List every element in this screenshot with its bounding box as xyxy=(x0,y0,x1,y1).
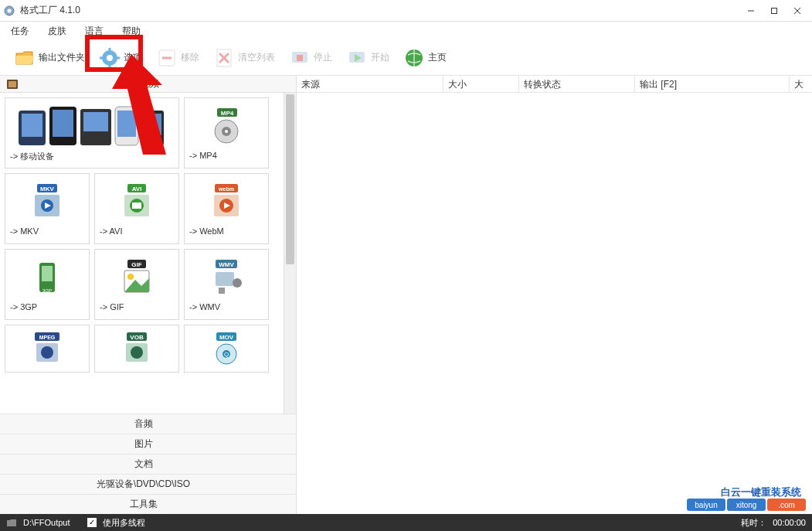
folder-open-icon xyxy=(14,47,36,69)
gear-icon xyxy=(99,47,121,69)
svg-rect-30 xyxy=(83,112,108,131)
category-list: 音频 图片 文档 光驱设备\DVD\CD\ISO 工具集 xyxy=(0,414,296,514)
tile-mov[interactable]: MOVQ xyxy=(184,325,269,373)
tile-label: -> WMV xyxy=(188,302,265,316)
th-source[interactable]: 来源 xyxy=(297,76,443,92)
folder-icon xyxy=(6,518,17,527)
svg-point-7 xyxy=(107,55,113,61)
svg-text:MKV: MKV xyxy=(40,186,54,192)
mkv-icon: MKV xyxy=(8,177,86,226)
category-row-rom[interactable]: 光驱设备\DVD\CD\ISO xyxy=(0,474,296,494)
tile-label: -> MP4 xyxy=(188,151,265,165)
th-output[interactable]: 输出 [F2] xyxy=(635,76,790,92)
category-row-document[interactable]: 文档 xyxy=(0,454,296,474)
menu-language[interactable]: 语言 xyxy=(80,23,108,39)
window-controls xyxy=(739,2,809,20)
mov-icon: MOVQ xyxy=(188,328,265,369)
webm-icon: webm xyxy=(188,177,265,226)
toolbar-label: 输出文件夹 xyxy=(39,51,85,64)
th-big[interactable]: 大 xyxy=(790,76,812,92)
tile-mkv[interactable]: MKV -> MKV xyxy=(5,173,90,244)
tile-wmv[interactable]: WMV -> WMV xyxy=(184,249,269,320)
th-status[interactable]: 转换状态 xyxy=(519,76,635,92)
tile-3gp[interactable]: 3GP -> 3GP xyxy=(5,249,90,320)
tile-label: -> GIF xyxy=(98,302,175,316)
svg-rect-56 xyxy=(42,266,53,281)
content-area: 视频 xyxy=(0,76,812,514)
title-bar: 格式工厂 4.1.0 xyxy=(0,0,812,22)
stop-icon xyxy=(289,47,311,69)
task-table-body xyxy=(297,93,812,514)
scrollbar-vertical[interactable] xyxy=(284,93,296,414)
svg-text:VOB: VOB xyxy=(130,334,144,341)
stop-button[interactable]: 停止 xyxy=(283,44,338,72)
home-button[interactable]: 主页 xyxy=(397,44,453,72)
tile-vob[interactable]: VOB xyxy=(94,325,179,373)
tile-avi[interactable]: AVI -> AVI xyxy=(94,173,179,244)
globe-icon xyxy=(403,47,425,69)
svg-rect-3 xyxy=(772,8,777,13)
video-icon xyxy=(6,79,19,90)
menu-task[interactable]: 任务 xyxy=(6,23,34,39)
clear-icon xyxy=(213,47,235,69)
toolbar-label: 移除 xyxy=(181,51,199,64)
toolbar-label: 主页 xyxy=(428,51,447,64)
tile-gif[interactable]: GIF -> GIF xyxy=(94,249,179,320)
svg-text:WMV: WMV xyxy=(219,261,234,268)
svg-rect-26 xyxy=(22,114,42,137)
clear-list-button[interactable]: 清空列表 xyxy=(207,44,281,72)
svg-rect-65 xyxy=(216,272,234,286)
menu-help[interactable]: 帮助 xyxy=(117,23,145,39)
svg-text:GIF: GIF xyxy=(131,261,141,268)
close-button[interactable] xyxy=(786,2,809,20)
status-bar: D:\FFOutput ✓ 使用多线程 耗时： 00:00:00 xyxy=(0,514,812,531)
tile-label: -> AVI xyxy=(98,226,175,240)
svg-text:3GP: 3GP xyxy=(42,288,52,293)
toolbar-label: 停止 xyxy=(314,51,332,64)
start-button[interactable]: 开始 xyxy=(340,44,396,72)
window-title: 格式工厂 4.1.0 xyxy=(20,4,739,17)
svg-rect-34 xyxy=(144,114,161,135)
threegp-icon: 3GP xyxy=(8,253,86,302)
format-grid-wrap: -> 移动设备 MP4 -> MP4 xyxy=(0,93,296,414)
svg-rect-32 xyxy=(117,111,136,137)
remove-icon xyxy=(156,47,178,69)
tile-label: -> WebM xyxy=(188,226,265,240)
category-label: 视频 xyxy=(26,77,296,90)
svg-text:AVI: AVI xyxy=(132,186,142,192)
category-row-audio[interactable]: 音频 xyxy=(0,414,296,434)
category-header-video[interactable]: 视频 xyxy=(0,76,296,93)
svg-text:webm: webm xyxy=(218,186,234,192)
toolbar: 输出文件夹 选项 移除 清空列表 停止 开始 主页 xyxy=(0,40,812,76)
scrollbar-thumb[interactable] xyxy=(286,94,294,264)
toolbar-label: 选项 xyxy=(124,51,142,64)
remove-button[interactable]: 移除 xyxy=(150,44,206,72)
svg-point-1 xyxy=(8,9,12,12)
tile-mobile-device[interactable]: -> 移动设备 xyxy=(5,97,179,168)
category-label: 文档 xyxy=(14,458,296,471)
th-size[interactable]: 大小 xyxy=(443,76,519,92)
menu-skin[interactable]: 皮肤 xyxy=(43,23,71,39)
options-button[interactable]: 选项 xyxy=(93,44,148,72)
play-icon xyxy=(346,47,368,69)
svg-rect-49 xyxy=(132,203,141,209)
output-folder-button[interactable]: 输出文件夹 xyxy=(8,44,91,72)
elapsed-label: 耗时： xyxy=(741,517,766,529)
tile-mpeg[interactable]: MPEG xyxy=(5,325,90,373)
tile-mp4[interactable]: MP4 -> MP4 xyxy=(184,97,269,168)
multithread-checkbox[interactable]: ✓ xyxy=(87,518,97,527)
right-panel: 来源 大小 转换状态 输出 [F2] 大 xyxy=(297,76,812,514)
category-label: 图片 xyxy=(14,437,296,451)
svg-text:MPEG: MPEG xyxy=(39,335,56,340)
output-path-text[interactable]: D:\FFOutput xyxy=(23,518,70,527)
maximize-button[interactable] xyxy=(763,2,786,20)
category-row-tools[interactable]: 工具集 xyxy=(0,494,296,514)
task-table-header: 来源 大小 转换状态 输出 [F2] 大 xyxy=(297,76,812,93)
elapsed-time: 00:00:00 xyxy=(773,518,806,527)
avi-icon: AVI xyxy=(98,177,175,226)
category-row-picture[interactable]: 图片 xyxy=(0,434,296,454)
tile-webm[interactable]: webm -> WebM xyxy=(184,173,269,244)
gif-icon: GIF xyxy=(98,253,175,302)
svg-point-39 xyxy=(225,130,228,133)
minimize-button[interactable] xyxy=(739,2,763,20)
